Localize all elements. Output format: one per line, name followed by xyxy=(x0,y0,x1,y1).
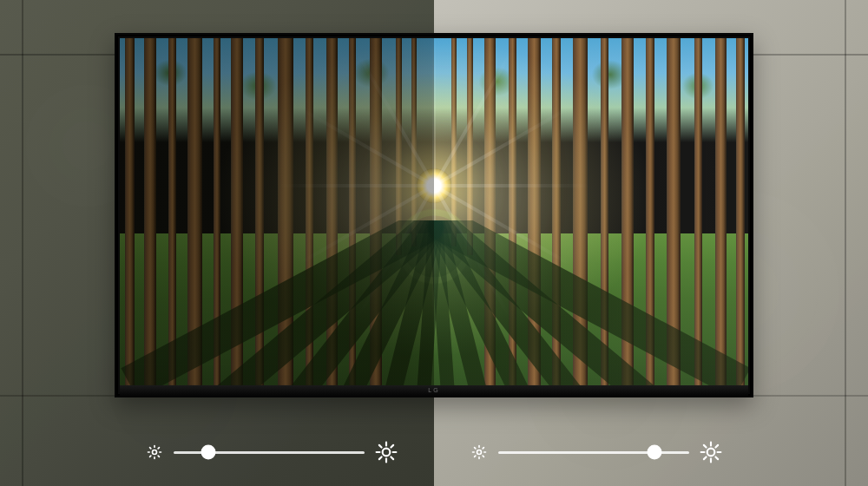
tv-screen xyxy=(120,38,748,385)
product-shot: LG xyxy=(0,0,868,486)
svg-line-5 xyxy=(150,448,151,449)
svg-line-7 xyxy=(150,456,151,456)
svg-line-14 xyxy=(379,445,382,448)
svg-line-34 xyxy=(704,456,707,459)
lens-flare xyxy=(395,207,473,286)
brightness-high-icon xyxy=(375,441,398,463)
tv-bottom-bezel: LG xyxy=(120,385,748,396)
brightness-low-icon xyxy=(470,443,488,461)
svg-line-16 xyxy=(379,456,382,459)
svg-line-17 xyxy=(391,445,393,448)
svg-line-26 xyxy=(483,448,483,449)
tv-brand-logo: LG xyxy=(428,387,439,393)
svg-point-27 xyxy=(707,449,715,456)
svg-point-9 xyxy=(383,449,391,456)
svg-line-15 xyxy=(391,456,393,459)
svg-line-35 xyxy=(715,445,718,448)
svg-line-6 xyxy=(158,456,159,456)
svg-line-32 xyxy=(704,445,707,448)
svg-line-33 xyxy=(715,456,718,459)
brightness-slider-bright[interactable] xyxy=(470,441,722,463)
svg-line-24 xyxy=(483,456,483,456)
slider-thumb[interactable] xyxy=(648,446,661,458)
svg-line-8 xyxy=(158,448,159,449)
tv-frame: LG xyxy=(115,33,753,397)
brightness-high-icon xyxy=(700,441,722,463)
brightness-low-icon xyxy=(146,443,163,461)
slider-thumb[interactable] xyxy=(202,446,214,458)
svg-line-25 xyxy=(475,456,476,456)
slider-track[interactable] xyxy=(174,451,365,454)
brightness-slider-dim[interactable] xyxy=(146,441,398,463)
svg-point-0 xyxy=(153,450,157,455)
slider-track[interactable] xyxy=(498,451,689,454)
svg-point-18 xyxy=(477,450,482,455)
svg-line-23 xyxy=(475,448,476,449)
